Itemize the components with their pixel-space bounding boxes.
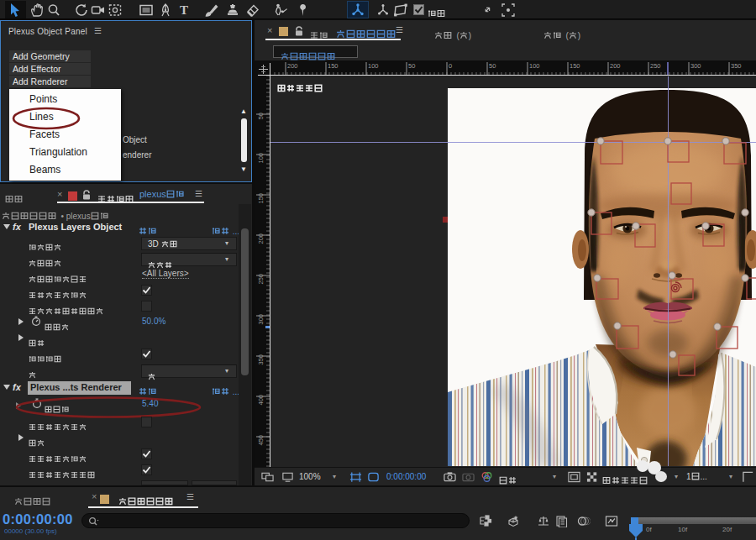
svg-text:100: 100 [529,62,540,70]
svg-text:150: 150 [257,193,265,204]
svg-text:200: 200 [610,62,621,70]
svg-text:50: 50 [408,62,415,70]
svg-text:100: 100 [257,153,265,164]
svg-text:450: 450 [257,435,265,446]
svg-text:0: 0 [449,62,452,70]
svg-text:200: 200 [287,62,298,70]
svg-text:300: 300 [257,314,265,325]
svg-text:250: 250 [257,274,265,285]
svg-text:150: 150 [570,62,580,70]
svg-text:150: 150 [328,62,339,70]
svg-text:300: 300 [690,62,701,70]
svg-text:250: 250 [650,62,661,70]
svg-text:400: 400 [257,395,265,406]
svg-text:200: 200 [257,233,265,244]
svg-text:100: 100 [368,62,379,70]
svg-text:50: 50 [489,62,496,70]
svg-text:350: 350 [257,354,265,365]
svg-text:T: T [180,3,188,17]
svg-text:350: 350 [731,62,742,70]
svg-text:50: 50 [257,113,265,119]
